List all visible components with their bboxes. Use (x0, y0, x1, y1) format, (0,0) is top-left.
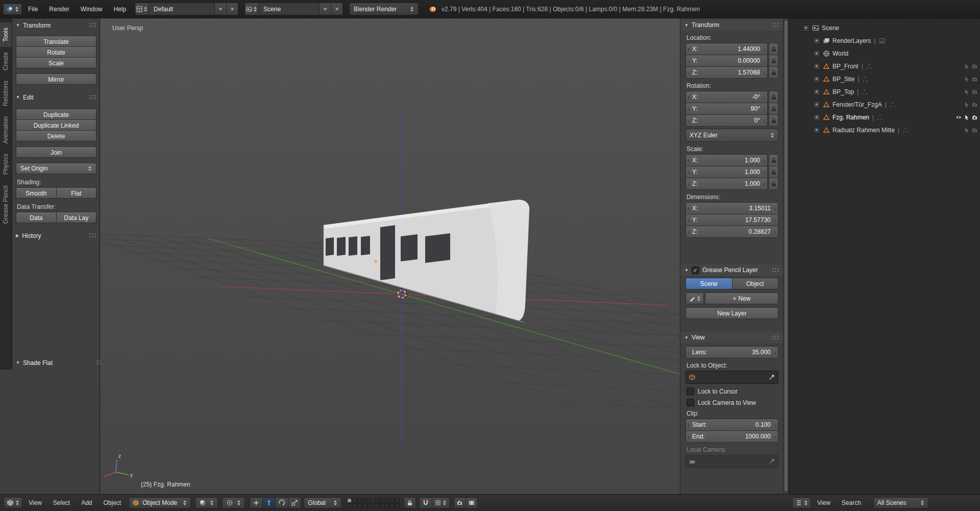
panel-grip-icon[interactable] (89, 22, 96, 28)
restrict-render-icon[interactable] (972, 102, 978, 108)
vp-menu-select[interactable]: Select (48, 494, 75, 511)
lock-camera-checkbox[interactable] (687, 399, 694, 406)
delete-scene-button[interactable]: × (331, 3, 342, 15)
gp-datablock-button[interactable] (685, 293, 704, 304)
scale-y-field[interactable]: ‹Y:1.000› (685, 166, 768, 178)
outliner-row-world[interactable]: + World (789, 47, 980, 60)
editor-type-3dview-button[interactable] (4, 497, 22, 508)
rotation-x-lock-button[interactable] (769, 91, 778, 103)
location-z-lock-button[interactable] (769, 66, 778, 79)
expand-toggle-icon[interactable]: + (813, 127, 820, 134)
restrict-render-icon[interactable] (972, 114, 978, 120)
mesh-data-icon[interactable] (866, 63, 872, 69)
mesh-data-icon[interactable] (862, 89, 868, 95)
layers-widget[interactable] (347, 498, 400, 508)
delete-button[interactable]: Delete (16, 130, 96, 141)
screen-layout-name[interactable]: Default (149, 3, 214, 15)
scale-manipulator-button[interactable] (288, 497, 301, 508)
rotate-manipulator-button[interactable] (275, 497, 288, 508)
image-data-icon[interactable] (879, 38, 885, 44)
restrict-select-icon[interactable] (964, 114, 970, 120)
outliner-row-bp-front[interactable]: + BP_Front | (789, 60, 980, 72)
outliner-row-bp-top[interactable]: + BP_Top | (789, 85, 980, 98)
snap-toggle-button[interactable] (419, 497, 432, 508)
outliner-item-label[interactable]: Fzg. Rahmen (832, 114, 869, 121)
outliner-menu-view[interactable]: View (812, 494, 836, 511)
restrict-select-icon[interactable] (964, 102, 970, 108)
mesh-data-icon[interactable] (902, 127, 909, 133)
data-layout-button[interactable]: Data Lay (56, 212, 97, 223)
restrict-render-icon[interactable] (972, 127, 978, 133)
restrict-render-icon[interactable] (972, 76, 978, 82)
viewport-shading-dropdown[interactable] (195, 497, 218, 508)
expand-toggle-icon[interactable]: + (802, 25, 810, 32)
manipulator-toggle-button[interactable] (250, 497, 263, 508)
outliner-item-label[interactable]: Radsatz Rahmen Mitte (832, 127, 895, 134)
location-y-lock-button[interactable] (769, 55, 778, 67)
expand-toggle-icon[interactable]: + (813, 76, 820, 83)
mirror-button[interactable]: Mirror (16, 74, 96, 85)
render-engine-dropdown[interactable]: Blender Render (349, 3, 419, 15)
panel-header-transform[interactable]: ▼ Transform (12, 20, 100, 31)
outliner-row-fzg-rahmen[interactable]: + Fzg. Rahmen | (789, 111, 980, 124)
outliner-row-radsatz[interactable]: + Radsatz Rahmen Mitte | (789, 124, 980, 136)
scale-z-lock-button[interactable] (769, 178, 778, 190)
outliner-item-label[interactable]: Fenster/Tür_FzgA (832, 101, 882, 108)
mesh-data-icon[interactable] (877, 114, 883, 120)
layers-group-2[interactable] (375, 498, 400, 508)
location-x-lock-button[interactable] (769, 43, 778, 55)
expand-toggle-icon[interactable]: + (813, 37, 820, 44)
delete-screen-layout-button[interactable]: × (226, 3, 238, 15)
data-button[interactable]: Data (16, 212, 57, 223)
scale-y-lock-button[interactable] (769, 166, 778, 178)
lock-to-cursor-row[interactable]: Lock to Cursor (687, 387, 777, 395)
gp-tab-scene[interactable]: Scene (685, 278, 732, 289)
restrict-select-icon[interactable] (964, 127, 970, 133)
join-button[interactable]: Join (16, 147, 96, 158)
menu-file[interactable]: File (23, 1, 43, 18)
menu-window[interactable]: Window (76, 1, 108, 18)
outliner-item-label[interactable]: BP_Site (832, 76, 854, 83)
vp-menu-view[interactable]: View (23, 494, 47, 511)
restrict-select-icon[interactable] (964, 89, 970, 95)
lock-camera-row[interactable]: Lock Camera to View (687, 399, 777, 406)
lock-to-cursor-checkbox[interactable] (687, 387, 694, 395)
interaction-mode-dropdown[interactable]: Object Mode (129, 497, 191, 508)
gp-new-button[interactable]: +New (705, 293, 778, 304)
outliner-row-renderlayers[interactable]: + RenderLayers | (789, 34, 980, 47)
duplicate-button[interactable]: Duplicate (16, 109, 96, 120)
panel-grip-icon[interactable] (772, 335, 779, 340)
tab-relations[interactable]: Relations (0, 76, 12, 111)
shade-smooth-button[interactable]: Smooth (16, 187, 57, 199)
dimensions-x-field[interactable]: ‹X:3.15011› (685, 202, 778, 214)
shade-flat-button[interactable]: Flat (56, 187, 97, 199)
scale-x-field[interactable]: ‹X:1.000› (685, 154, 768, 166)
panel-header-history[interactable]: ▶ History (12, 230, 100, 241)
expand-toggle-icon[interactable]: + (813, 101, 820, 108)
clip-end-field[interactable]: ‹End:1000.000› (685, 430, 778, 443)
screen-layout-browse-button[interactable] (135, 3, 149, 15)
location-y-field[interactable]: ‹Y:0.00000› (685, 55, 768, 67)
expand-toggle-icon[interactable]: + (813, 88, 820, 95)
scale-button[interactable]: Scale (16, 57, 96, 68)
duplicate-linked-button[interactable]: Duplicate Linked (16, 119, 96, 131)
layer-cell-active[interactable] (347, 498, 352, 503)
translate-button[interactable]: Translate (16, 36, 96, 47)
gp-new-layer-button[interactable]: New Layer (685, 307, 778, 319)
panel-grip-icon[interactable] (772, 22, 779, 28)
restrict-render-icon[interactable] (972, 89, 978, 95)
add-scene-button[interactable]: + (319, 3, 331, 15)
eyedropper-icon[interactable] (769, 374, 775, 380)
rotation-z-field[interactable]: ‹Z:0°› (685, 114, 768, 127)
rotation-y-field[interactable]: ‹Y:90°› (685, 103, 768, 115)
layers-group-1[interactable] (347, 498, 372, 508)
outliner-menu-search[interactable]: Search (837, 494, 866, 511)
expand-toggle-icon[interactable]: + (813, 50, 820, 57)
editor-type-outliner-button[interactable] (792, 497, 811, 508)
panel-header-grease-pencil[interactable]: ▼ ✓ Grease Pencil Layer (680, 264, 783, 276)
scene-name[interactable]: Scene (259, 3, 319, 15)
panel-header-edit[interactable]: ▼ Edit (12, 92, 100, 103)
add-screen-layout-button[interactable]: + (214, 3, 226, 15)
mesh-data-icon[interactable] (890, 102, 896, 108)
outliner-row-scene[interactable]: + Scene (789, 21, 980, 34)
